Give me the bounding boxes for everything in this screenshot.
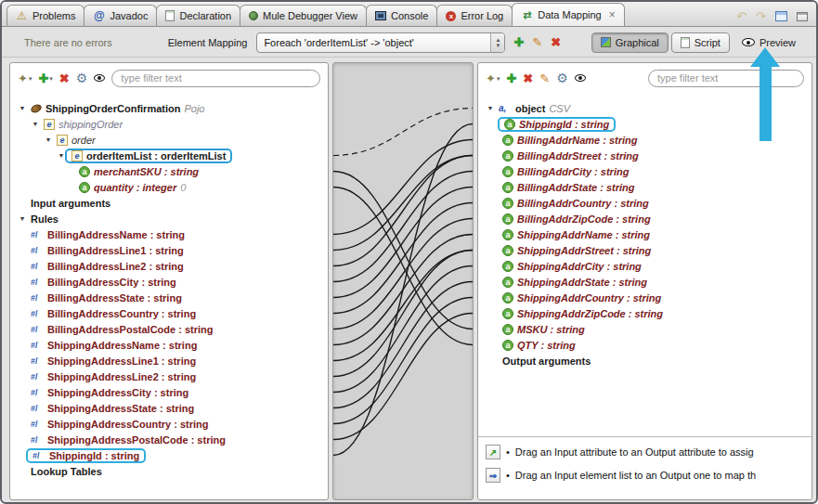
output-attr-item[interactable]: a ShippingAddrName : string bbox=[478, 226, 812, 242]
output-attr-item[interactable]: a MSKU : string bbox=[478, 321, 812, 337]
hint-bullet: • bbox=[506, 470, 510, 481]
mapping-canvas[interactable] bbox=[332, 62, 474, 500]
script-view-button[interactable]: Script bbox=[671, 32, 730, 53]
tree-item-label: order bbox=[71, 135, 96, 146]
output-attr-item[interactable]: a ShippingAddrCity : string bbox=[478, 258, 812, 274]
tab-mule-debugger-view[interactable]: Mule Debugger View bbox=[240, 5, 367, 26]
output-attr-item[interactable]: a ShippingAddrStreet : string bbox=[478, 242, 812, 258]
attribute-icon: a bbox=[502, 324, 513, 335]
delete-mapping-icon[interactable]: ✖ bbox=[551, 36, 561, 48]
input-rule-item[interactable]: #/ ShippingAddressLine1 : string bbox=[10, 353, 328, 368]
output-attr-item[interactable]: a QTY : string bbox=[478, 337, 812, 353]
expander-icon[interactable]: ▼ bbox=[31, 121, 40, 127]
default-value: 0 bbox=[180, 182, 186, 193]
output-attr-item[interactable]: a BillingAddrCity : string bbox=[478, 163, 812, 179]
expander-icon[interactable]: ▼ bbox=[18, 105, 27, 111]
script-icon bbox=[681, 37, 690, 48]
graphical-view-button[interactable]: Graphical bbox=[591, 32, 669, 53]
output-attr-item[interactable]: a BillingAddrCountry : string bbox=[478, 195, 812, 211]
output-attr-item[interactable]: a BillingAddrStreet : string bbox=[478, 148, 812, 163]
eye-icon bbox=[94, 74, 105, 82]
properties-gear-icon[interactable]: ⚙ bbox=[556, 71, 568, 84]
tree-section-input-arguments[interactable]: Input arguments bbox=[10, 195, 328, 211]
output-attr-item[interactable]: a ShippingAddrZipCode : string bbox=[478, 305, 812, 321]
tab-label: Problems bbox=[32, 10, 75, 21]
expander-icon[interactable]: ▼ bbox=[18, 215, 27, 222]
output-attr-item[interactable]: a BillingAddrZipCode : string bbox=[478, 211, 812, 226]
input-rule-item[interactable]: #/ BillingAddressName : string bbox=[10, 226, 328, 242]
maximize-view-icon[interactable] bbox=[797, 12, 808, 21]
input-rule-item[interactable]: #/ ShippingAddressCity : string bbox=[10, 384, 328, 400]
expander-icon[interactable]: ▼ bbox=[44, 136, 53, 143]
tree-item-shippingorder[interactable]: ▼ e shippingOrder bbox=[10, 116, 328, 132]
output-attr-item[interactable]: a ShippingAddrCountry : string bbox=[478, 290, 812, 305]
input-rule-item[interactable]: #/ BillingAddressLine1 : string bbox=[10, 242, 328, 258]
tab-label: Declaration bbox=[179, 10, 231, 21]
tree-item-quantity[interactable]: a quantity : integer 0 bbox=[10, 179, 328, 195]
add-field-icon[interactable]: ✚ bbox=[506, 72, 516, 84]
tab-error-log[interactable]: x Error Log bbox=[436, 5, 513, 26]
tree-item-object[interactable]: ▼ a, object CSV bbox=[478, 100, 812, 116]
tree-section-rules[interactable]: ▼ Rules bbox=[10, 211, 328, 226]
input-rule-shippingid[interactable]: #/ ShippingId : string bbox=[10, 447, 328, 463]
tree-item-order[interactable]: ▼ e order bbox=[10, 132, 328, 148]
input-rule-item[interactable]: #/ BillingAddressLine2 : string bbox=[10, 258, 328, 274]
problems-icon: ⚠ bbox=[16, 10, 28, 22]
attribute-icon: a bbox=[502, 340, 513, 351]
properties-gear-icon[interactable]: ⚙ bbox=[76, 71, 88, 84]
tab-javadoc[interactable]: @ Javadoc bbox=[84, 5, 157, 26]
combo-stepper-icon[interactable]: ▲ ▼ bbox=[490, 33, 504, 52]
input-rule-item[interactable]: #/ BillingAddressCountry : string bbox=[10, 305, 328, 321]
tree-item-label: ShippingAddressName : string bbox=[47, 340, 197, 351]
input-rule-item[interactable]: #/ ShippingAddressName : string bbox=[10, 337, 328, 353]
preview-view-button[interactable]: Preview bbox=[733, 32, 805, 53]
wand-icon[interactable]: ✦ ▾ bbox=[486, 72, 500, 84]
input-rule-item[interactable]: #/ BillingAddressPostalCode : string bbox=[10, 321, 328, 337]
redo-icon[interactable]: ↷ bbox=[756, 10, 766, 22]
expander-icon[interactable]: ▼ bbox=[486, 105, 495, 111]
output-attr-item[interactable]: a ShippingAddrState : string bbox=[478, 274, 812, 290]
output-attr-shippingid[interactable]: a ShippingId : string bbox=[478, 116, 812, 132]
step-down-icon: ▼ bbox=[495, 43, 500, 48]
tab-data-mapping[interactable]: ⇄ Data Mapping × bbox=[512, 3, 625, 26]
delete-field-icon[interactable]: ✖ bbox=[523, 72, 533, 84]
tree-section-lookup-tables[interactable]: Lookup Tables bbox=[10, 463, 328, 479]
edit-mapping-icon[interactable]: ✎ bbox=[532, 36, 542, 48]
output-attr-item[interactable]: a BillingAddrState : string bbox=[478, 179, 812, 195]
close-tab-icon[interactable]: × bbox=[609, 8, 616, 21]
add-field-icon[interactable]: ✚ ▾ bbox=[38, 72, 52, 84]
edit-field-icon[interactable]: ✎ bbox=[539, 72, 550, 84]
table-view-icon[interactable] bbox=[775, 11, 787, 21]
chevron-down-icon: ▾ bbox=[49, 75, 53, 82]
input-rule-item[interactable]: #/ BillingAddressState : string bbox=[10, 290, 328, 305]
mapping-lines bbox=[333, 63, 473, 499]
view-tabbar: ⚠ Problems @ Javadoc Declaration Mule De… bbox=[2, 2, 816, 27]
tree-item-label: ShippingAddrCountry : string bbox=[517, 292, 661, 304]
tree-item-shippingorderconfirmation[interactable]: ▼ ShippingOrderConfirmation Pojo bbox=[10, 100, 328, 116]
section-label: Input arguments bbox=[31, 198, 110, 209]
output-filter-field[interactable] bbox=[648, 70, 804, 87]
tree-item-orderitemlist[interactable]: ▼ e orderItemList : orderItemList bbox=[10, 148, 328, 163]
tab-console[interactable]: Console bbox=[366, 5, 437, 26]
input-rule-item[interactable]: #/ ShippingAddressState : string bbox=[10, 400, 328, 416]
input-filter-field[interactable] bbox=[111, 70, 320, 87]
tree-section-output-arguments[interactable]: Output arguments bbox=[478, 353, 812, 368]
element-mapping-select[interactable]: Foreach 'orderItemList' -> 'object' ▲ ▼ bbox=[256, 32, 505, 53]
input-rule-item[interactable]: #/ BillingAddressCity : string bbox=[10, 274, 328, 290]
tree-item-label: ShippingAddressLine1 : string bbox=[47, 355, 196, 367]
tree-item-merchantsku[interactable]: a merchantSKU : string bbox=[10, 163, 328, 179]
rule-icon: #/ bbox=[32, 451, 45, 460]
input-rule-item[interactable]: #/ ShippingAddressLine2 : string bbox=[10, 368, 328, 384]
input-rule-item[interactable]: #/ ShippingAddressPostalCode : string bbox=[10, 432, 328, 447]
tab-declaration[interactable]: Declaration bbox=[156, 5, 240, 26]
output-attr-item[interactable]: a BillingAddrName : string bbox=[478, 132, 812, 148]
delete-field-icon[interactable]: ✖ bbox=[59, 72, 70, 84]
undo-icon[interactable]: ↶ bbox=[736, 10, 747, 22]
add-mapping-icon[interactable]: ✚ bbox=[513, 36, 524, 48]
wand-icon[interactable]: ✦ ▾ bbox=[18, 72, 32, 84]
preview-output-icon[interactable] bbox=[575, 74, 586, 82]
tree-item-label: ShippingAddrName : string bbox=[517, 229, 650, 240]
tab-problems[interactable]: ⚠ Problems bbox=[6, 5, 84, 26]
preview-input-icon[interactable] bbox=[94, 74, 105, 82]
input-rule-item[interactable]: #/ ShippingAddressCountry : string bbox=[10, 416, 328, 432]
